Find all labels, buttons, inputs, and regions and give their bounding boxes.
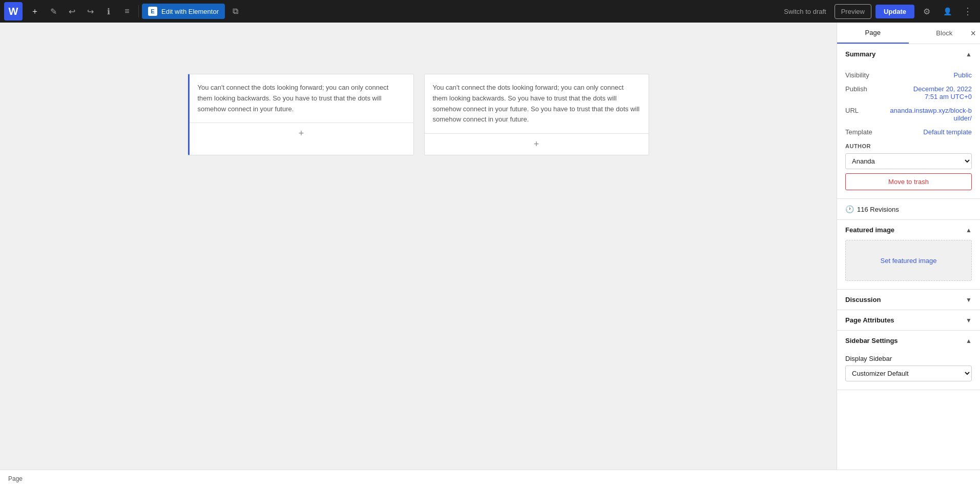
add-icon-2: + <box>534 139 539 150</box>
discussion-header[interactable]: Discussion ▼ <box>837 290 980 310</box>
edit-elementor-label: Edit with Elementor <box>161 8 219 15</box>
redo-icon: ↪ <box>87 7 94 16</box>
visibility-label: Visibility <box>845 71 869 79</box>
edit-with-elementor-button[interactable]: E Edit with Elementor <box>142 4 225 19</box>
copy-icon: ⧉ <box>233 7 238 16</box>
url-label: URL <box>845 107 859 114</box>
set-featured-image-link[interactable]: Set featured image <box>881 257 937 265</box>
user-icon: 👤 <box>943 7 952 15</box>
featured-image-header[interactable]: Featured image ▲ <box>837 220 980 240</box>
template-label: Template <box>845 128 872 136</box>
summary-section-header[interactable]: Summary ▲ <box>837 44 980 64</box>
revisions-label: 116 Revisions <box>857 206 899 213</box>
preview-button[interactable]: Preview <box>835 4 871 19</box>
featured-image-title: Featured image <box>845 226 894 234</box>
author-section: AUTHOR Ananda <box>845 143 972 169</box>
add-block-button-1[interactable]: + <box>190 123 413 144</box>
page-attributes-chevron: ▼ <box>966 317 972 324</box>
settings-button[interactable]: ⚙ <box>919 3 935 19</box>
move-to-trash-button[interactable]: Move to trash <box>845 173 972 190</box>
publish-value[interactable]: December 20, 2022 7:51 am UTC+0 <box>913 85 972 100</box>
visibility-value[interactable]: Public <box>954 71 972 79</box>
sidebar-settings-header[interactable]: Sidebar Settings ▲ <box>837 331 980 351</box>
add-icon-1: + <box>299 128 304 139</box>
sidebar-settings-title: Sidebar Settings <box>845 337 898 344</box>
template-value[interactable]: Default template <box>923 128 972 136</box>
wp-logo: W <box>4 2 23 21</box>
author-label: AUTHOR <box>845 143 972 149</box>
toolbar: W ＋ ✎ ↩ ↪ ℹ ≡ E Edit with Elementor ⧉ Sw… <box>0 0 980 23</box>
page-attributes-header[interactable]: Page Attributes ▼ <box>837 310 980 330</box>
copy-button[interactable]: ⧉ <box>227 3 243 19</box>
tab-block[interactable]: Block <box>909 23 981 44</box>
publish-row: Publish December 20, 2022 7:51 am UTC+0 <box>845 82 972 104</box>
footer-label: Page <box>8 475 23 482</box>
info-icon: ℹ <box>107 7 110 16</box>
display-sidebar-select[interactable]: Customizer Default Yes No <box>845 366 972 381</box>
edit-icon: ✎ <box>50 7 57 16</box>
redo-button[interactable]: ↪ <box>82 3 98 19</box>
visibility-row: Visibility Public <box>845 68 972 82</box>
url-value[interactable]: ananda.instawp.xyz/block-builder/ <box>890 107 972 122</box>
sidebar-settings-section: Sidebar Settings ▲ Display Sidebar Custo… <box>837 331 980 390</box>
sidebar-settings-content: Display Sidebar Customizer Default Yes N… <box>837 351 980 390</box>
list-icon: ≡ <box>124 7 129 16</box>
toolbar-right: Switch to draft Preview Update ⚙ 👤 ⋮ <box>780 3 976 19</box>
sidebar-tabs: Page Block × <box>837 23 980 44</box>
undo-icon: ↩ <box>69 7 75 16</box>
featured-image-area[interactable]: Set featured image <box>845 240 972 281</box>
featured-image-section: Featured image ▲ Set featured image <box>837 220 980 290</box>
summary-chevron: ▲ <box>966 51 972 58</box>
close-icon: × <box>970 28 976 38</box>
undo-button[interactable]: ↩ <box>64 3 80 19</box>
add-icon: ＋ <box>31 6 39 17</box>
author-select[interactable]: Ananda <box>845 153 972 169</box>
switch-to-draft-button[interactable]: Switch to draft <box>780 5 830 18</box>
gear-icon: ⚙ <box>923 7 930 16</box>
add-block-button-2[interactable]: + <box>425 133 649 155</box>
template-row: Template Default template <box>845 125 972 139</box>
sidebar-settings-chevron: ▲ <box>966 337 972 344</box>
update-button[interactable]: Update <box>875 5 914 18</box>
wp-logo-text: W <box>9 6 18 17</box>
block-text-1: You can't connect the dots looking forwa… <box>190 74 413 123</box>
edit-tool-button[interactable]: ✎ <box>45 3 61 19</box>
toolbar-divider <box>138 5 139 17</box>
page-attributes-section: Page Attributes ▼ <box>837 310 980 331</box>
summary-content: Visibility Public Publish December 20, 2… <box>837 64 980 198</box>
blocks-row: You can't connect the dots looking forwa… <box>188 74 649 155</box>
user-avatar-button[interactable]: 👤 <box>939 3 955 19</box>
url-row: URL ananda.instawp.xyz/block-builder/ <box>845 104 972 125</box>
more-options-button[interactable]: ⋮ <box>960 3 976 19</box>
featured-image-chevron: ▲ <box>966 227 972 234</box>
close-sidebar-button[interactable]: × <box>970 29 976 38</box>
canvas-inner: You can't connect the dots looking forwa… <box>188 43 649 155</box>
block-text-2: You can't connect the dots looking forwa… <box>425 74 649 133</box>
discussion-section: Discussion ▼ <box>837 290 980 310</box>
info-button[interactable]: ℹ <box>100 3 117 19</box>
canvas: You can't connect the dots looking forwa… <box>0 23 837 470</box>
publish-label: Publish <box>845 85 867 93</box>
list-view-button[interactable]: ≡ <box>119 3 135 19</box>
display-sidebar-select-row: Customizer Default Yes No <box>845 366 972 381</box>
revisions-row[interactable]: 🕐 116 Revisions <box>837 199 980 220</box>
revisions-icon: 🕐 <box>845 205 854 213</box>
page-attributes-title: Page Attributes <box>845 316 894 324</box>
discussion-chevron: ▼ <box>966 296 972 303</box>
elementor-icon: E <box>148 7 157 16</box>
display-sidebar-label: Display Sidebar <box>845 355 972 362</box>
sidebar: Page Block × Summary ▲ Visibility Public <box>837 23 980 470</box>
discussion-title: Discussion <box>845 296 881 303</box>
summary-title: Summary <box>845 50 875 58</box>
main-area: You can't connect the dots looking forwa… <box>0 23 980 470</box>
tab-page[interactable]: Page <box>837 23 909 44</box>
more-icon: ⋮ <box>963 6 972 17</box>
footer: Page <box>0 470 980 487</box>
add-block-button[interactable]: ＋ <box>27 3 43 19</box>
summary-section: Summary ▲ Visibility Public Publish Dece… <box>837 44 980 199</box>
block-card-1[interactable]: You can't connect the dots looking forwa… <box>188 74 414 155</box>
block-card-2[interactable]: You can't connect the dots looking forwa… <box>424 74 649 155</box>
